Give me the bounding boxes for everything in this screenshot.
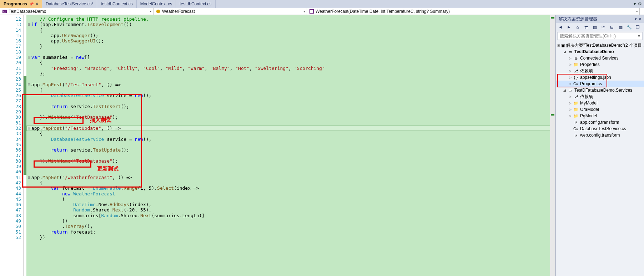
code-line[interactable]: [26, 76, 555, 82]
code-line[interactable]: ⊟if (app.Environment.IsDevelopment()): [26, 22, 555, 27]
code-line[interactable]: }: [26, 44, 555, 49]
code-line[interactable]: app.UseSwaggerUI();: [26, 38, 555, 44]
code-line[interactable]: {: [26, 131, 555, 136]
code-area[interactable]: // Configure the HTTP request pipeline.⊟…: [26, 15, 555, 276]
code-line[interactable]: }).WithName("TestDatabase");: [26, 158, 555, 164]
code-line[interactable]: [26, 120, 555, 126]
code-line[interactable]: ⊟app.MapPost("/TestInsert", () =>: [26, 82, 555, 87]
code-line[interactable]: {: [26, 87, 555, 93]
twisty-icon[interactable]: ▷: [568, 82, 572, 86]
tab-program-cs[interactable]: Program.cs 📌 ×: [0, 0, 42, 8]
tree-node[interactable]: C#DatabaseTestService.cs: [556, 126, 644, 132]
code-line[interactable]: (: [26, 196, 555, 202]
code-line[interactable]: [26, 169, 555, 174]
code-line[interactable]: new WeatherForecast: [26, 191, 555, 196]
code-line[interactable]: // Configure the HTTP request pipeline.: [26, 16, 555, 22]
tree-node[interactable]: ◢▭TestDatabaseDemo: [556, 48, 644, 55]
twisty-icon[interactable]: ▷: [568, 76, 572, 79]
code-line[interactable]: DatabaseTestService service = new();: [26, 93, 555, 98]
twisty-icon[interactable]: ▷: [568, 95, 572, 98]
tree-node[interactable]: ▷📁MyModel: [556, 100, 644, 106]
tree-node[interactable]: ▣▣解决方案"TestDatabaseDemo"(2 个项目，共 2: [556, 42, 644, 48]
code-line[interactable]: {: [26, 27, 555, 33]
code-line[interactable]: )): [26, 218, 555, 224]
chevron-down-icon[interactable]: ▾: [635, 17, 637, 21]
member-combo[interactable]: WeatherForecast(DateTime Date, int Tempe…: [307, 8, 640, 15]
twisty-icon[interactable]: ◢: [562, 50, 567, 53]
twisty-icon[interactable]: ▣: [557, 44, 560, 47]
code-line[interactable]: }).WithName("TestDatabase");: [26, 114, 555, 120]
code-line[interactable]: return service.TestInsert();: [26, 104, 555, 109]
code-line[interactable]: return forecast;: [26, 229, 555, 235]
code-line[interactable]: DateTime.Now.AddDays(index),: [26, 202, 555, 207]
code-line[interactable]: [26, 98, 555, 103]
close-icon[interactable]: ×: [36, 1, 38, 6]
pin-icon[interactable]: 📌: [29, 2, 34, 6]
code-line[interactable]: {: [26, 180, 555, 185]
properties-icon[interactable]: 🔧: [626, 24, 632, 30]
code-line[interactable]: ⊟app.MapGet("/weatherforecast", () =>: [26, 175, 555, 180]
code-line[interactable]: ⊟app.MapPost("/TestUpdate", () =>: [26, 126, 555, 131]
search-dropdown-icon[interactable]: ▾: [636, 34, 642, 39]
tab-testdbcontext-cs[interactable]: testdbContext.cs: [97, 0, 136, 8]
tree-node[interactable]: ⎘web.config.transform: [556, 132, 644, 138]
code-line[interactable]: [26, 109, 555, 114]
code-line[interactable]: summaries[Random.Shared.Next(summaries.L…: [26, 213, 555, 218]
twisty-icon[interactable]: ▷: [568, 56, 572, 60]
split-toggle[interactable]: [640, 8, 644, 15]
forward-icon[interactable]: ►: [566, 24, 572, 30]
tree-node[interactable]: ▷⎇依赖项: [556, 68, 644, 74]
sync-icon[interactable]: ⇄: [583, 24, 589, 30]
type-combo[interactable]: WeatherForecast ▾: [154, 8, 307, 15]
filter-icon[interactable]: ▤: [592, 24, 598, 30]
close-icon[interactable]: ×: [639, 17, 641, 21]
collapse-all-icon[interactable]: ⊟: [609, 24, 615, 30]
solution-explorer-titlebar[interactable]: 解决方案资源管理器 ▾ ×: [556, 15, 644, 23]
code-editor[interactable]: 1213141516171819202122232425262728293031…: [0, 15, 555, 276]
code-line[interactable]: [26, 153, 555, 158]
code-line[interactable]: "Freezing", "Bracing", "Chilly", "Cool",…: [26, 66, 555, 71]
preview-icon[interactable]: ❐: [634, 24, 641, 30]
twisty-icon[interactable]: ▷: [568, 108, 572, 111]
tree-node[interactable]: ◢▭TestDFatabaseDemo.Services: [556, 87, 644, 93]
code-line[interactable]: Random.Shared.Next(-20, 55),: [26, 207, 555, 213]
gear-icon[interactable]: ⚙: [638, 1, 642, 6]
code-line[interactable]: ⊟var summaries = new[]: [26, 55, 555, 60]
tree-node[interactable]: ▷📁PgModel: [556, 113, 644, 119]
code-line[interactable]: return service.TestUpdate();: [26, 147, 555, 153]
tab-modelcontext-cs[interactable]: ModelContext.cs: [137, 0, 176, 8]
tab-testdbcontext-cs-2[interactable]: testdbContext.cs: [176, 0, 215, 8]
code-line[interactable]: {: [26, 60, 555, 65]
tab-databasetestservice-cs[interactable]: DatabaseTestService.cs*: [42, 0, 97, 8]
tree-node[interactable]: ▷{ }appsettings.json: [556, 74, 644, 81]
tree-node[interactable]: ▷⊕Connected Services: [556, 55, 644, 61]
search-input[interactable]: [558, 34, 636, 39]
tree-node[interactable]: ▷C#Program.cs: [556, 81, 644, 87]
code-line[interactable]: app.UseSwagger();: [26, 33, 555, 38]
twisty-icon[interactable]: ▷: [568, 114, 572, 118]
scope-combo[interactable]: C# TestDatabaseDemo ▾: [0, 8, 154, 15]
code-line[interactable]: .ToArray();: [26, 224, 555, 229]
code-line[interactable]: [26, 49, 555, 55]
twisty-icon[interactable]: ▷: [568, 63, 572, 66]
tree-node[interactable]: ▷⎇依赖项: [556, 93, 644, 100]
code-line[interactable]: [26, 142, 555, 147]
back-icon[interactable]: ◄: [557, 24, 564, 30]
code-line[interactable]: };: [26, 71, 555, 76]
twisty-icon[interactable]: ◢: [562, 88, 567, 92]
code-line[interactable]: [26, 164, 555, 169]
tree-node[interactable]: ⎘app.config.transform: [556, 119, 644, 126]
tree-node[interactable]: ▷📁Properties: [556, 61, 644, 68]
home-icon[interactable]: ⌂: [574, 24, 581, 30]
code-line[interactable]: }): [26, 235, 555, 240]
chevron-down-icon[interactable]: ▾: [634, 1, 636, 6]
twisty-icon[interactable]: ▷: [568, 101, 572, 105]
tree-node[interactable]: ▷📁OraModel: [556, 106, 644, 113]
solution-explorer-search[interactable]: ▾: [557, 32, 643, 40]
twisty-icon[interactable]: ▷: [568, 69, 572, 73]
solution-tree[interactable]: ▣▣解决方案"TestDatabaseDemo"(2 个项目，共 2◢▭Test…: [556, 41, 644, 276]
code-line[interactable]: var forecast = Enumerable.Range(1, 5).Se…: [26, 185, 555, 191]
code-line[interactable]: DatabaseTestService service = new();: [26, 137, 555, 142]
refresh-icon[interactable]: ⟳: [600, 24, 607, 30]
show-all-icon[interactable]: ▦: [617, 24, 624, 30]
